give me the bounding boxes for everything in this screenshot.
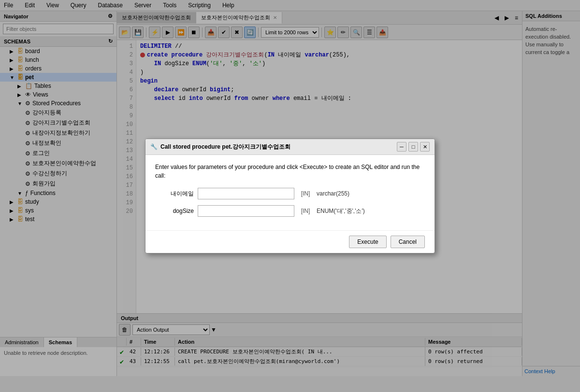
modal-close-btn[interactable]: ✕ [420,142,430,152]
modal-title: 🔧 Call stored procedure pet.강아지크기별수업조회 [150,143,290,151]
param-bracket-1: [IN] [298,208,313,214]
param-bracket-0: [IN] [298,190,313,197]
cancel-button[interactable]: Cancel [391,236,425,248]
execute-button[interactable]: Execute [349,236,386,248]
param-input-1[interactable] [198,205,294,217]
param-label-0: 내이메일 [155,190,194,198]
param-type-0: varchar(255) [317,190,349,197]
modal-dialog: 🔧 Call stored procedure pet.강아지크기별수업조회 ─… [145,139,435,253]
modal-description: Enter values for parameters of your proc… [155,163,425,180]
modal-titlebar: 🔧 Call stored procedure pet.강아지크기별수업조회 ─… [145,139,435,155]
param-row-1: dogSize [IN] ENUM('대','중','소') [155,205,425,217]
modal-footer: Execute Cancel [145,230,435,253]
param-type-1: ENUM('대','중','소') [317,207,365,215]
modal-title-icon: 🔧 [150,143,158,150]
modal-title-text: Call stored procedure pet.강아지크기별수업조회 [160,143,290,151]
modal-maximize-btn[interactable]: □ [408,142,418,152]
modal-minimize-btn[interactable]: ─ [397,142,406,152]
modal-body: Enter values for parameters of your proc… [145,155,435,230]
param-row-0: 내이메일 [IN] varchar(255) [155,188,425,199]
param-label-1: dogSize [155,208,194,214]
modal-overlay[interactable]: 🔧 Call stored procedure pet.강아지크기별수업조회 ─… [0,0,580,392]
param-input-0[interactable] [198,188,294,199]
modal-controls: ─ □ ✕ [397,142,430,152]
